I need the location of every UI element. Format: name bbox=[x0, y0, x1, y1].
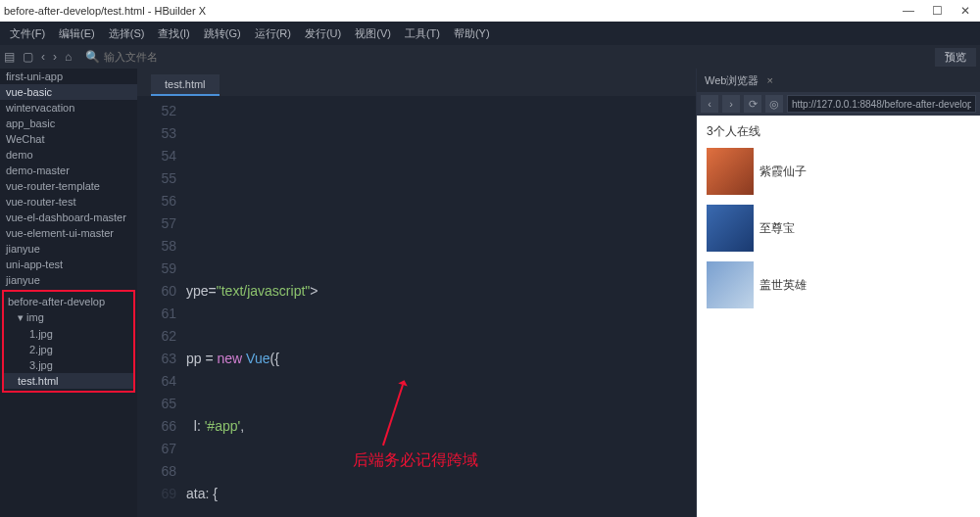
sidebar-toggle-icon[interactable]: ▤ bbox=[4, 50, 15, 64]
editor-pane: test.html 525354555657585960616263646566… bbox=[137, 69, 696, 517]
file-test-html[interactable]: test.html bbox=[4, 373, 133, 389]
web-preview-pane: Web浏览器 × ‹ › ⟳ ◎ 3个人在线 紫霞仙子 至尊宝 盖世英雄 bbox=[696, 69, 980, 517]
user-name: 盖世英雄 bbox=[760, 277, 807, 294]
user-row: 至尊宝 bbox=[707, 205, 970, 252]
menu-run[interactable]: 运行(R) bbox=[249, 26, 297, 41]
online-count: 3个人在线 bbox=[707, 123, 970, 140]
sidebar-item[interactable]: demo-master bbox=[0, 163, 137, 178]
project-root[interactable]: before-after-develop bbox=[4, 294, 133, 309]
avatar bbox=[707, 261, 754, 308]
sidebar-item[interactable]: WeChat bbox=[0, 131, 137, 147]
sidebar-item[interactable]: vue-router-test bbox=[0, 194, 137, 210]
preview-forward-icon[interactable]: › bbox=[722, 95, 740, 113]
avatar bbox=[707, 205, 754, 252]
sidebar-item[interactable]: jianyue bbox=[0, 272, 137, 288]
menu-tools[interactable]: 工具(T) bbox=[399, 26, 446, 41]
preview-content: 3个人在线 紫霞仙子 至尊宝 盖世英雄 bbox=[697, 116, 980, 517]
sidebar-item[interactable]: vue-router-template bbox=[0, 178, 137, 194]
user-row: 紫霞仙子 bbox=[707, 148, 970, 195]
menubar: 文件(F) 编辑(E) 选择(S) 查找(I) 跳转(G) 运行(R) 发行(U… bbox=[0, 22, 980, 45]
preview-close-icon[interactable]: × bbox=[766, 74, 772, 86]
line-gutter: 525354555657585960616263646566676869 bbox=[137, 96, 186, 517]
sidebar-item[interactable]: first-uni-app bbox=[0, 69, 137, 84]
sidebar-item[interactable]: vue-basic bbox=[0, 84, 137, 100]
sidebar-item[interactable]: vue-element-ui-master bbox=[0, 225, 137, 241]
editor-tab[interactable]: test.html bbox=[151, 74, 220, 96]
annotation-text: 后端务必记得跨域 bbox=[353, 448, 478, 471]
file-search-input[interactable] bbox=[104, 51, 300, 63]
sidebar-item[interactable]: uni-app-test bbox=[0, 257, 137, 272]
window-titlebar: before-after-develop/test.html - HBuilde… bbox=[0, 0, 980, 22]
sidebar-item[interactable]: app_basic bbox=[0, 116, 137, 131]
preview-back-icon[interactable]: ‹ bbox=[701, 95, 718, 113]
preview-button[interactable]: 预览 bbox=[935, 48, 976, 67]
minimize-icon[interactable]: — bbox=[903, 4, 914, 18]
preview-pick-icon[interactable]: ◎ bbox=[765, 95, 783, 113]
code-area[interactable]: 525354555657585960616263646566676869 ype… bbox=[137, 96, 696, 517]
user-name: 紫霞仙子 bbox=[760, 164, 807, 180]
avatar bbox=[707, 148, 754, 195]
search-icon: 🔍 bbox=[85, 50, 100, 64]
preview-url-input[interactable] bbox=[787, 95, 976, 113]
menu-select[interactable]: 选择(S) bbox=[103, 26, 151, 41]
sidebar-item[interactable]: demo bbox=[0, 147, 137, 163]
menu-find[interactable]: 查找(I) bbox=[152, 26, 195, 41]
project-sidebar: first-uni-app vue-basic wintervacation a… bbox=[0, 69, 137, 517]
sidebar-item[interactable]: jianyue bbox=[0, 241, 137, 257]
maximize-icon[interactable]: ☐ bbox=[932, 4, 943, 18]
toolbar: ▤ ▢ ‹ › ⌂ 🔍 预览 bbox=[0, 45, 980, 69]
folder-img[interactable]: ▾ img bbox=[4, 309, 133, 326]
close-icon[interactable]: ✕ bbox=[960, 4, 970, 18]
sidebar-item[interactable]: wintervacation bbox=[0, 100, 137, 116]
menu-view[interactable]: 视图(V) bbox=[349, 26, 397, 41]
forward-icon[interactable]: › bbox=[53, 50, 57, 64]
back-icon[interactable]: ‹ bbox=[41, 50, 45, 64]
window-title: before-after-develop/test.html - HBuilde… bbox=[4, 5, 903, 17]
editor-tabbar: test.html bbox=[137, 69, 696, 96]
menu-publish[interactable]: 发行(U) bbox=[299, 26, 347, 41]
user-name: 至尊宝 bbox=[760, 220, 795, 237]
menu-edit[interactable]: 编辑(E) bbox=[53, 26, 101, 41]
home-icon[interactable]: ⌂ bbox=[65, 50, 72, 64]
highlighted-project: before-after-develop ▾ img 1.jpg 2.jpg 3… bbox=[2, 290, 135, 393]
file-item[interactable]: 1.jpg bbox=[4, 326, 133, 342]
preview-refresh-icon[interactable]: ⟳ bbox=[744, 95, 761, 113]
menu-file[interactable]: 文件(F) bbox=[4, 26, 51, 41]
preview-tab-label[interactable]: Web浏览器 bbox=[705, 73, 759, 88]
user-row: 盖世英雄 bbox=[707, 261, 970, 308]
file-item[interactable]: 2.jpg bbox=[4, 342, 133, 357]
file-item[interactable]: 3.jpg bbox=[4, 357, 133, 373]
menu-help[interactable]: 帮助(Y) bbox=[448, 26, 496, 41]
sidebar-item[interactable]: vue-el-dashboard-master bbox=[0, 210, 137, 225]
terminal-icon[interactable]: ▢ bbox=[23, 50, 33, 64]
menu-goto[interactable]: 跳转(G) bbox=[198, 26, 247, 41]
